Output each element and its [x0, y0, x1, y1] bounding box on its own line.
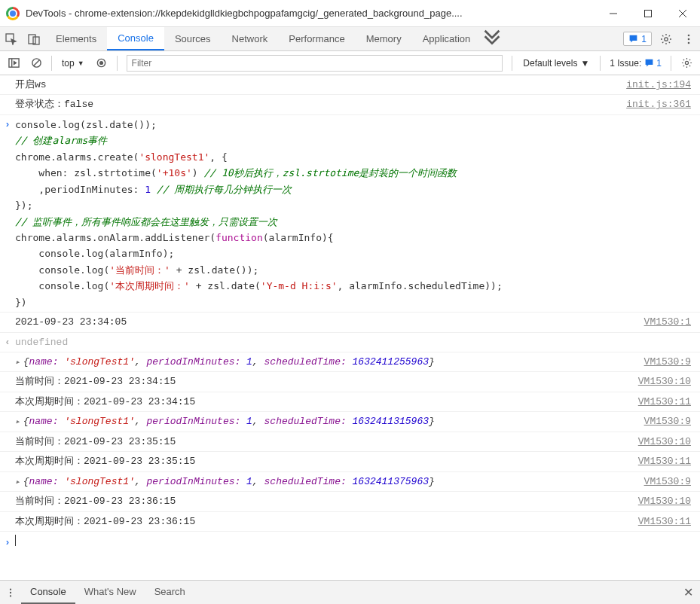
inspect-element-icon[interactable]: [0, 27, 23, 50]
console-input-code: console.log(zsl.date()); // 创建alarms事件 c…: [15, 117, 700, 310]
divider: [51, 56, 52, 71]
log-message: 当前时间：2021-09-23 23:34:15: [15, 374, 638, 389]
source-link[interactable]: VM1530:9: [644, 474, 700, 490]
console-row: 本次周期时间：2021-09-23 23:34:15VM1530:11: [0, 392, 700, 412]
svg-point-10: [688, 41, 690, 44]
log-message: 当前时间：2021-09-23 23:35:15: [15, 434, 638, 450]
log-message: 开启ws: [15, 77, 626, 93]
divider: [671, 56, 671, 71]
messages-badge[interactable]: 1: [623, 32, 652, 46]
svg-point-16: [100, 62, 103, 65]
svg-point-18: [10, 588, 11, 590]
tab-console[interactable]: Console: [107, 27, 164, 50]
chevron-down-icon: ▼: [78, 59, 84, 67]
filter-input[interactable]: [127, 55, 503, 72]
issues-indicator[interactable]: 1 Issue: 1: [605, 58, 666, 69]
tab-sources[interactable]: Sources: [164, 27, 222, 50]
divider: [600, 56, 601, 71]
source-link[interactable]: VM1530:1: [644, 314, 700, 330]
svg-point-20: [10, 595, 11, 596]
log-output: undefined: [15, 334, 700, 350]
drawer: ConsoleWhat's NewSearch ✕: [0, 580, 700, 604]
svg-point-17: [685, 61, 688, 64]
console-row: 当前时间：2021-09-23 23:34:15VM1530:10: [0, 372, 700, 392]
log-object[interactable]: {name: 'slongTest1', periodInMinutes: 1,…: [15, 354, 644, 370]
tab-performance[interactable]: Performance: [278, 27, 355, 50]
log-message: 2021-09-23 23:34:05: [15, 314, 644, 330]
log-message: 本次周期时间：2021-09-23 23:36:15: [15, 514, 638, 529]
tab-elements[interactable]: Elements: [45, 27, 107, 50]
messages-count: 1: [641, 34, 647, 44]
console-prompt[interactable]: [0, 532, 700, 549]
devtools-tabbar: ElementsConsoleSourcesNetworkPerformance…: [0, 27, 700, 51]
more-tabs-icon[interactable]: [481, 27, 503, 50]
log-object[interactable]: {name: 'slongTest1', periodInMinutes: 1,…: [15, 413, 644, 429]
source-link[interactable]: VM1530:11: [638, 394, 700, 410]
drawer-close-icon[interactable]: ✕: [676, 581, 700, 604]
log-levels-selector[interactable]: Default levels▼: [517, 58, 595, 69]
minimize-button[interactable]: [596, 0, 631, 27]
chevron-down-icon: ▼: [580, 58, 589, 69]
drawer-tab-console[interactable]: Console: [21, 581, 75, 604]
svg-point-8: [688, 34, 690, 36]
console-row: 2021-09-23 23:34:05VM1530:1: [0, 313, 700, 332]
kebab-menu-icon[interactable]: [677, 27, 700, 50]
svg-line-14: [33, 60, 39, 66]
device-toggle-icon[interactable]: [23, 27, 45, 50]
divider: [512, 56, 512, 71]
source-link[interactable]: VM1530:11: [638, 514, 700, 529]
chrome-icon: [6, 7, 20, 20]
cursor: [15, 535, 16, 546]
log-message: 本次周期时间：2021-09-23 23:35:15: [15, 453, 638, 469]
filter-box: [127, 55, 503, 72]
source-link[interactable]: init.js:361: [626, 96, 700, 112]
clear-console-icon[interactable]: [26, 53, 47, 74]
console-row: {name: 'slongTest1', periodInMinutes: 1,…: [0, 472, 700, 492]
source-link[interactable]: VM1530:10: [638, 493, 700, 509]
window-title: DevTools - chrome-extension://kkepdekidg…: [26, 8, 596, 19]
source-link[interactable]: VM1530:10: [638, 434, 700, 450]
tab-memory[interactable]: Memory: [356, 27, 412, 50]
drawer-menu-icon[interactable]: [0, 581, 21, 604]
console-toolbar: top▼ Default levels▼ 1 Issue: 1: [0, 51, 700, 75]
svg-point-9: [688, 38, 690, 40]
close-button[interactable]: [665, 0, 700, 27]
source-link[interactable]: VM1530:9: [644, 413, 700, 429]
console-row: {name: 'slongTest1', periodInMinutes: 1,…: [0, 412, 700, 432]
source-link[interactable]: init.js:194: [626, 77, 700, 93]
window-titlebar: DevTools - chrome-extension://kkepdekidg…: [0, 0, 700, 27]
console-row: console.log(zsl.date()); // 创建alarms事件 c…: [0, 115, 700, 313]
console-row: {name: 'slongTest1', periodInMinutes: 1,…: [0, 352, 700, 372]
console-row: 本次周期时间：2021-09-23 23:36:15VM1530:11: [0, 512, 700, 532]
log-message: 当前时间：2021-09-23 23:36:15: [15, 493, 638, 509]
tab-network[interactable]: Network: [222, 27, 279, 50]
log-message: 登录状态：false: [15, 96, 626, 112]
svg-point-7: [665, 37, 668, 40]
console-row: 当前时间：2021-09-23 23:36:15VM1530:10: [0, 492, 700, 511]
maximize-button[interactable]: [631, 0, 665, 27]
source-link[interactable]: VM1530:9: [644, 354, 700, 370]
console-row: undefined: [0, 333, 700, 352]
console-row: 本次周期时间：2021-09-23 23:35:15VM1530:11: [0, 452, 700, 471]
context-selector[interactable]: top▼: [57, 57, 90, 69]
console-settings-icon[interactable]: [676, 53, 697, 74]
console-row: 登录状态：falseinit.js:361: [0, 95, 700, 114]
tab-application[interactable]: Application: [412, 27, 481, 50]
log-message: 本次周期时间：2021-09-23 23:34:15: [15, 394, 638, 410]
settings-icon[interactable]: [655, 27, 677, 50]
toggle-sidebar-icon[interactable]: [3, 53, 24, 74]
log-object[interactable]: {name: 'slongTest1', periodInMinutes: 1,…: [15, 474, 644, 490]
console-row: 开启wsinit.js:194: [0, 75, 700, 95]
source-link[interactable]: VM1530:10: [638, 374, 700, 389]
divider: [117, 56, 118, 71]
drawer-tab-what-s-new[interactable]: What's New: [75, 581, 145, 604]
console-row: 当前时间：2021-09-23 23:35:15VM1530:10: [0, 432, 700, 452]
svg-rect-5: [29, 35, 35, 44]
drawer-tab-search[interactable]: Search: [145, 581, 194, 604]
svg-rect-1: [645, 10, 652, 17]
console-output[interactable]: 开启wsinit.js:194登录状态：falseinit.js:361cons…: [0, 75, 700, 580]
live-expression-icon[interactable]: [91, 53, 112, 74]
source-link[interactable]: VM1530:11: [638, 453, 700, 469]
svg-point-19: [10, 591, 11, 593]
